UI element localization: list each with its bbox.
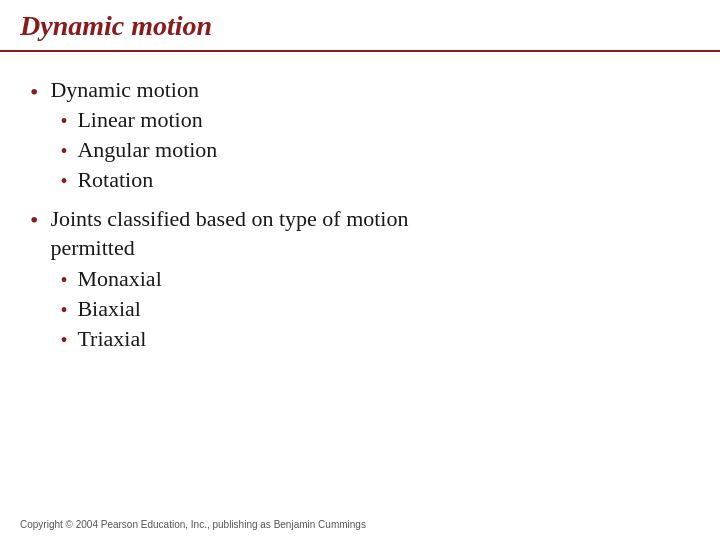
- bullet-icon-sub-2: •: [60, 140, 67, 163]
- monaxial-label: Monaxial: [77, 266, 161, 292]
- page-title: Dynamic motion: [20, 10, 212, 41]
- triaxial-label: Triaxial: [77, 326, 146, 352]
- angular-motion-label: Angular motion: [77, 137, 217, 163]
- linear-motion-label: Linear motion: [77, 107, 202, 133]
- sub-list-joints: • Monaxial • Biaxial • Triaxial: [60, 266, 408, 356]
- bullet-icon-sub-5: •: [60, 299, 67, 322]
- copyright-text: Copyright © 2004 Pearson Education, Inc.…: [20, 519, 366, 530]
- bullet-icon-sub-1: •: [60, 110, 67, 133]
- biaxial-label: Biaxial: [77, 296, 141, 322]
- bullet-icon-1: •: [30, 79, 38, 106]
- list-item-rotation: • Rotation: [60, 167, 217, 193]
- dynamic-motion-label: Dynamic motion: [50, 77, 198, 102]
- joints-label-line1: Joints classified based on type of motio…: [50, 206, 408, 231]
- joints-label-line2: permitted: [50, 235, 134, 260]
- list-item-joints: • Joints classified based on type of mot…: [30, 205, 690, 356]
- sub-list-dynamic: • Linear motion • Angular motion • Rotat…: [60, 107, 217, 193]
- list-item-monaxial: • Monaxial: [60, 266, 408, 292]
- list-item-angular: • Angular motion: [60, 137, 217, 163]
- list-item-dynamic-motion: • Dynamic motion • Linear motion • Angul…: [30, 77, 690, 197]
- bullet-icon-2: •: [30, 207, 38, 234]
- bullet-icon-sub-6: •: [60, 329, 67, 352]
- main-list: • Dynamic motion • Linear motion • Angul…: [30, 77, 690, 356]
- page-header: Dynamic motion: [0, 0, 720, 52]
- rotation-label: Rotation: [77, 167, 153, 193]
- list-item-linear: • Linear motion: [60, 107, 217, 133]
- list-item-biaxial: • Biaxial: [60, 296, 408, 322]
- bullet-icon-sub-3: •: [60, 170, 67, 193]
- main-content: • Dynamic motion • Linear motion • Angul…: [0, 52, 720, 384]
- list-item-triaxial: • Triaxial: [60, 326, 408, 352]
- bullet-icon-sub-4: •: [60, 269, 67, 292]
